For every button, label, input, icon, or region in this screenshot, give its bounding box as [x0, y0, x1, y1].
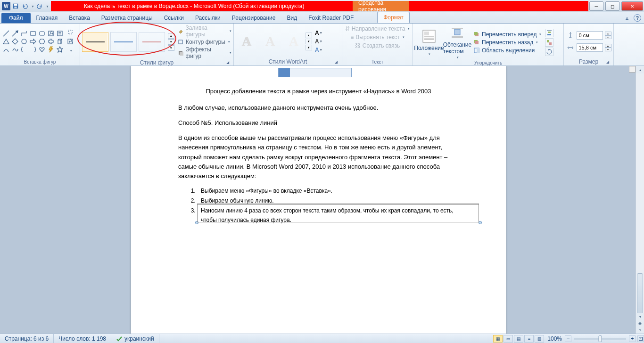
shape-rect-icon[interactable]: [29, 30, 37, 37]
create-link-button[interactable]: ⛓Создать связь: [353, 41, 402, 50]
position-button[interactable]: Положение▾: [415, 28, 443, 57]
styles-scroll-down-icon[interactable]: ▾: [168, 39, 174, 45]
zoom-out-button[interactable]: −: [565, 335, 571, 342]
height-input[interactable]: [577, 31, 603, 40]
shapes-textbox-icon[interactable]: A: [66, 37, 74, 46]
shape-circle-icon[interactable]: [20, 38, 28, 45]
resize-handle-right[interactable]: [479, 221, 482, 224]
align-icon[interactable]: [545, 29, 553, 37]
view-print-layout-icon[interactable]: ▦: [493, 335, 503, 343]
shape-textbox2-icon[interactable]: [56, 30, 64, 37]
shape-line-icon[interactable]: [2, 30, 10, 37]
shape-effects-button[interactable]: Эффекты фигур▾: [177, 46, 231, 59]
document-page[interactable]: Процесс добавления текста в рамке через …: [131, 66, 506, 334]
shape-heart-icon[interactable]: [38, 46, 46, 53]
next-page-icon[interactable]: ▿: [636, 326, 644, 334]
shapes-more-icon[interactable]: ▾: [67, 47, 75, 55]
tab-foxit[interactable]: Foxit Reader PDF: [303, 13, 359, 23]
text-fill-icon[interactable]: A▾: [315, 30, 322, 36]
wordart-style-3[interactable]: А: [283, 32, 305, 51]
shape-plus-icon[interactable]: [47, 38, 55, 45]
view-outline-icon[interactable]: ≡: [524, 335, 534, 343]
qat-customize-icon[interactable]: ▼: [46, 5, 49, 8]
vertical-scrollbar[interactable]: ▴ ▾ ◉ ▿: [636, 66, 644, 334]
maximize-button[interactable]: ◻: [605, 1, 619, 11]
styles-scroll-up-icon[interactable]: ▴: [168, 33, 174, 39]
shape-lightning-icon[interactable]: [47, 46, 55, 53]
scrollbar-thumb[interactable]: [637, 273, 643, 316]
zoom-slider[interactable]: [574, 338, 626, 340]
status-words[interactable]: Число слов: 1 198: [54, 334, 111, 343]
wrap-text-button[interactable]: Обтекание текстом▾: [443, 24, 471, 60]
wa-scroll-up-icon[interactable]: ▴: [305, 33, 312, 38]
text-direction-button[interactable]: ⇵Направление текста▾: [343, 24, 412, 33]
status-language[interactable]: украинский: [111, 334, 159, 343]
text-align-button[interactable]: ≡Выровнять текст▾: [348, 33, 406, 41]
wa-more-icon[interactable]: ▾: [305, 45, 312, 50]
tab-home[interactable]: Главная: [31, 13, 64, 23]
wordart-style-2[interactable]: А: [259, 32, 281, 51]
tab-insert[interactable]: Вставка: [63, 13, 96, 23]
dialog-launcher-icon[interactable]: ◢: [225, 60, 231, 66]
status-page[interactable]: Страница: 6 из 6: [0, 334, 54, 343]
zoom-slider-thumb[interactable]: [599, 335, 602, 342]
shape-freeform-icon[interactable]: [11, 46, 19, 53]
shape-style-2[interactable]: [110, 32, 137, 52]
scroll-up-icon[interactable]: ▴: [636, 66, 644, 74]
shape-textbox-icon[interactable]: A: [47, 30, 55, 37]
minimize-button[interactable]: ─: [589, 1, 603, 11]
tab-review[interactable]: Рецензирование: [226, 13, 281, 23]
view-fullscreen-icon[interactable]: ▭: [504, 335, 513, 343]
close-button[interactable]: ✕: [621, 1, 643, 11]
rotate-icon[interactable]: [545, 48, 553, 56]
wa-scroll-down-icon[interactable]: ▾: [305, 39, 312, 44]
shape-style-3[interactable]: [139, 32, 165, 52]
width-up-icon[interactable]: ▴: [605, 44, 611, 48]
shape-outline-button[interactable]: Контур фигуры▾: [177, 39, 231, 45]
dialog-launcher-size-icon[interactable]: ◢: [605, 60, 611, 65]
view-web-icon[interactable]: ▤: [514, 335, 523, 343]
shape-roundrect-icon[interactable]: [38, 30, 46, 37]
shape-arrow-icon[interactable]: [11, 30, 19, 37]
word-app-icon[interactable]: W: [2, 2, 10, 10]
shape-style-1[interactable]: [82, 32, 108, 52]
tab-view[interactable]: Вид: [281, 13, 303, 23]
save-icon[interactable]: [11, 2, 20, 10]
height-down-icon[interactable]: ▾: [605, 35, 611, 39]
selection-pane-button[interactable]: Область выделения: [471, 47, 543, 54]
shape-brace2-icon[interactable]: [29, 46, 37, 53]
help-icon[interactable]: ?: [634, 14, 641, 22]
tab-references[interactable]: Ссылки: [158, 13, 190, 23]
styles-more-icon[interactable]: ▾: [168, 45, 174, 51]
shapes-edit-icon[interactable]: [66, 28, 74, 36]
width-down-icon[interactable]: ▾: [605, 48, 611, 51]
shape-fill-button[interactable]: Заливка фигуры▾: [177, 24, 231, 38]
tab-mailings[interactable]: Рассылки: [190, 13, 226, 23]
text-effects-icon[interactable]: A▾: [315, 47, 322, 53]
ruler-toggle-icon[interactable]: [629, 66, 636, 73]
bring-forward-button[interactable]: Переместить вперед▾: [471, 31, 543, 38]
tab-file[interactable]: Файл: [1, 13, 31, 23]
dialog-launcher-wa-icon[interactable]: ◢: [333, 60, 339, 65]
shape-brace-icon[interactable]: [20, 46, 28, 53]
zoom-level[interactable]: 100%: [547, 335, 562, 342]
shapes-gallery[interactable]: A: [2, 30, 64, 53]
shape-cube-icon[interactable]: [56, 38, 64, 45]
text-outline-icon[interactable]: A▾: [315, 38, 322, 45]
zoom-in-button[interactable]: +: [629, 335, 636, 342]
view-draft-icon[interactable]: ▥: [535, 335, 544, 343]
undo-dropdown-icon[interactable]: ▼: [31, 5, 34, 8]
shape-diamond-icon[interactable]: [11, 38, 19, 45]
tab-format[interactable]: Формат: [377, 12, 410, 23]
shape-blockarrow-icon[interactable]: [29, 38, 37, 45]
shape-elbow-icon[interactable]: [20, 30, 28, 37]
width-input[interactable]: [577, 43, 603, 52]
shape-triangle-icon[interactable]: [2, 38, 10, 45]
ribbon-minimize-icon[interactable]: ▵: [623, 14, 631, 22]
shape-curve-icon[interactable]: [2, 46, 10, 53]
group-icon[interactable]: [545, 38, 553, 47]
send-backward-button[interactable]: Переместить назад▾: [471, 39, 543, 46]
fit-page-icon[interactable]: ⊡: [637, 335, 644, 342]
redo-icon[interactable]: [35, 2, 44, 10]
shape-star-icon[interactable]: [56, 46, 64, 53]
